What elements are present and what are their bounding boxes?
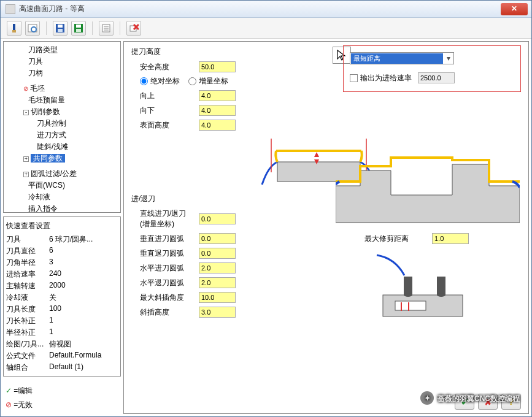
svg-rect-1: [12, 30, 16, 33]
svg-rect-23: [395, 301, 426, 310]
hin-label: 水平进刀圆弧: [131, 263, 199, 274]
quickview-row: 刀具6 球刀/圆鼻...: [6, 234, 118, 245]
separator: [120, 21, 120, 35]
tree-item[interactable]: 毛坯预留量: [15, 94, 118, 106]
separator: [92, 21, 93, 35]
ramp-input[interactable]: [199, 307, 236, 318]
output-feed-checkbox[interactable]: [350, 74, 358, 82]
profile-diagram: [336, 152, 520, 226]
maxang-input[interactable]: [199, 292, 236, 303]
close-button[interactable]: ✕: [501, 3, 528, 15]
quickview-row: 冷却液关: [6, 292, 118, 304]
right-panel: 最短距离▾ 输出为进给速率 提刀高度 安全高度 绝对坐标: [123, 41, 529, 414]
legend: ✓ =编辑 ⊘ =无效: [3, 380, 121, 416]
svg-rect-24: [404, 277, 412, 295]
left-column: 刀路类型刀具刀柄⊘ 毛坯毛坯预留量-切削参数刀具控制进刀方式陡斜/浅滩+共同参数…: [1, 39, 123, 416]
svg-rect-6: [58, 29, 63, 32]
abs-coord-label: 绝对坐标: [150, 76, 180, 86]
dialog-window: 高速曲面刀路 - 等高 ✕ 刀路类型刀具刀柄⊘ 毛坯毛坯预留量-切削参数刀具控制…: [0, 0, 532, 417]
up-input[interactable]: [199, 90, 236, 101]
vin-input[interactable]: [199, 233, 236, 244]
maxtrim-input[interactable]: [432, 233, 469, 244]
tree-item[interactable]: ⊘ 毛坯: [15, 83, 118, 94]
legend-edit: ✓ =编辑: [6, 384, 118, 398]
ramp-label: 斜插高度: [131, 307, 199, 318]
tree-item[interactable]: 平面(WCS): [15, 180, 118, 191]
tree-item[interactable]: 陡斜/浅滩: [15, 141, 118, 153]
down-input[interactable]: [199, 105, 236, 116]
lead-group-label: 进/退刀: [131, 194, 328, 204]
tree-item[interactable]: 进刀方式: [15, 129, 118, 141]
surf-input[interactable]: [199, 120, 236, 131]
dialog-body: 刀路类型刀具刀柄⊘ 毛坯毛坯预留量-切削参数刀具控制进刀方式陡斜/浅滩+共同参数…: [1, 39, 531, 416]
window-title: 高速曲面刀路 - 等高: [19, 4, 501, 14]
tree-item[interactable]: +圆弧过滤/公差: [15, 168, 118, 180]
separator: [46, 21, 47, 35]
quickview-row: 轴组合Default (1): [6, 362, 118, 373]
svg-rect-5: [58, 25, 63, 28]
tree-item[interactable]: 插入指令: [15, 203, 118, 213]
tree-item[interactable]: -切削参数: [15, 106, 118, 118]
maxtrim-label: 最大修剪距离: [364, 234, 432, 244]
cancel-button[interactable]: ✘: [478, 394, 498, 410]
preview-icon[interactable]: [25, 21, 40, 36]
hout-input[interactable]: [199, 277, 236, 288]
quickview-row: 进给速率240: [6, 269, 118, 280]
save-green-icon[interactable]: [71, 21, 86, 36]
tree-item[interactable]: 刀具控制: [15, 118, 118, 129]
safe-height-input[interactable]: [199, 61, 236, 72]
quickview-row: 绘图/刀具...俯视图: [6, 339, 118, 350]
app-icon: [6, 4, 15, 14]
quick-view-panel: 快速查看设置 刀具6 球刀/圆鼻...刀具直径6刀角半径3进给速率240主轴转速…: [3, 216, 121, 377]
delete-icon[interactable]: [126, 21, 141, 36]
titlebar: 高速曲面刀路 - 等高 ✕: [1, 1, 531, 18]
quickview-row: 刀具长度100: [6, 304, 118, 315]
up-label: 向上: [131, 91, 199, 101]
tool-icon[interactable]: [7, 21, 21, 36]
quickview-row: 刀具直径6: [6, 245, 118, 257]
tree-item[interactable]: 刀路类型: [15, 44, 118, 56]
down-label: 向下: [131, 105, 199, 116]
quickview-row: 半径补正1: [6, 327, 118, 339]
quickview-row: 刀长补正1: [6, 315, 118, 327]
lin-input[interactable]: [199, 213, 236, 224]
tree-item[interactable]: +共同参数: [15, 153, 118, 164]
quickview-row: 公式文件Default.Formula: [6, 350, 118, 362]
output-feed-label: 输出为进给速率: [360, 73, 412, 83]
tree-item[interactable]: 冷却液: [15, 191, 118, 203]
quick-view-title: 快速查看设置: [6, 220, 118, 234]
vout-input[interactable]: [199, 248, 236, 259]
tree-item[interactable]: 刀柄: [15, 67, 118, 79]
quickview-row: 主轴转速2000: [6, 280, 118, 292]
hin-input[interactable]: [199, 262, 236, 274]
quickview-row: 刀角半径3: [6, 257, 118, 269]
inc-coord-label: 增量坐标: [199, 76, 228, 86]
svg-rect-8: [76, 25, 81, 28]
svg-rect-26: [437, 277, 445, 295]
tree-view[interactable]: 刀路类型刀具刀柄⊘ 毛坯毛坯预留量-切削参数刀具控制进刀方式陡斜/浅滩+共同参数…: [3, 41, 121, 213]
safe-height-label: 安全高度: [131, 62, 199, 72]
distance-select[interactable]: 最短距离▾: [350, 52, 454, 64]
vin-label: 垂直进刀圆弧: [131, 234, 199, 244]
save-icon[interactable]: [53, 21, 67, 36]
dialog-footer: ✔ ✘ ?: [455, 394, 521, 410]
lin-label: 直线进刀/退刀 (增量坐标): [131, 208, 199, 229]
svg-point-25: [404, 293, 412, 297]
legend-invalid: ⊘ =无效: [6, 398, 118, 412]
inc-coord-radio[interactable]: [188, 77, 196, 85]
list-icon[interactable]: [99, 21, 114, 36]
svg-rect-0: [13, 24, 15, 30]
vout-label: 垂直退刀圆弧: [131, 248, 199, 259]
help-button[interactable]: ?: [501, 394, 521, 410]
trim-diagram: [371, 252, 481, 319]
chevron-down-icon: ▾: [444, 54, 453, 63]
ok-button[interactable]: ✔: [455, 394, 474, 410]
surf-label: 表面高度: [131, 120, 199, 131]
maxang-label: 最大斜插角度: [131, 293, 199, 303]
feed-rate-input[interactable]: [418, 72, 455, 83]
hout-label: 水平退刀圆弧: [131, 278, 199, 288]
svg-rect-9: [76, 29, 81, 32]
svg-marker-21: [336, 164, 520, 223]
abs-coord-radio[interactable]: [140, 77, 148, 85]
tree-item[interactable]: 刀具: [15, 56, 118, 67]
